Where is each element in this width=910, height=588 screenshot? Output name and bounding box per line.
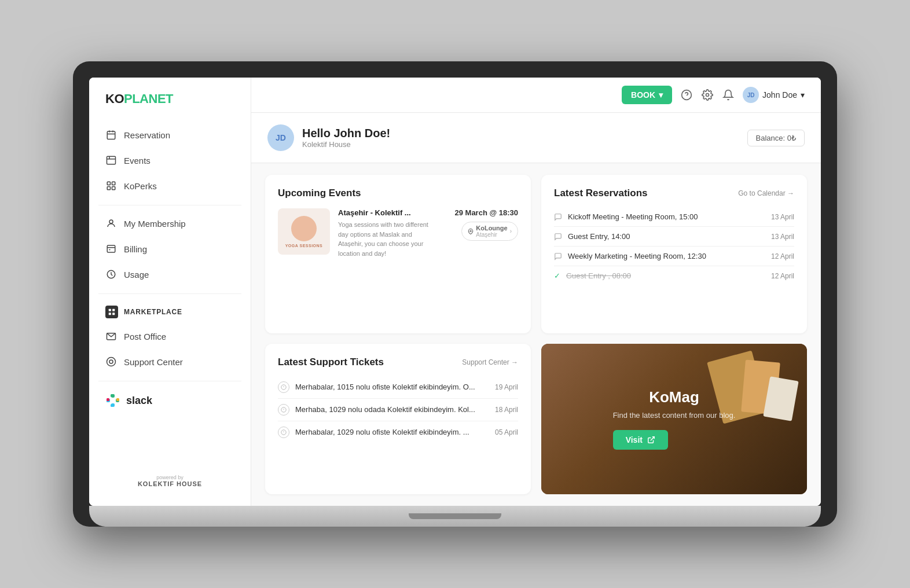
table-row: Weekly Marketing - Meeting Room, 12:30 1… (554, 247, 794, 266)
slack-icon (105, 393, 120, 408)
sidebar-usage-label: Usage (124, 270, 149, 280)
reservation-text: Kickoff Meeting - Meeting Room, 15:00 (568, 212, 698, 221)
table-row: Kickoff Meeting - Meeting Room, 15:00 13… (554, 207, 794, 227)
svg-rect-4 (107, 156, 116, 164)
go-calendar-link[interactable]: Go to Calendar → (738, 189, 794, 197)
kolektif-house-text: KOLEKTIF HOUSE (105, 480, 234, 487)
event-name: Ataşehir - Kolektif ... (338, 208, 435, 217)
logo-ko: KO (105, 91, 124, 106)
ticket-date: 18 April (495, 406, 518, 414)
message-icon (554, 233, 562, 241)
svg-line-42 (651, 437, 654, 440)
bell-icon[interactable] (722, 89, 735, 101)
balance-badge: Balance: 0₺ (747, 130, 805, 146)
svg-rect-7 (107, 182, 110, 185)
reservation-date: 13 April (771, 233, 794, 241)
logo-planet: PLANET (124, 91, 173, 106)
event-thumbnail: YOGA SESSIONS (278, 208, 330, 255)
sidebar-postoffice-label: Post Office (124, 332, 166, 341)
ticket-text: Merhaba, 1029 nolu odada Kolektif ekibin… (295, 405, 475, 414)
nav-divider-1 (98, 205, 241, 205)
svg-point-11 (109, 220, 113, 223)
svg-point-21 (107, 358, 116, 366)
location-area: Ataşehir (476, 231, 507, 238)
powered-by: powered by KOLEKTIF HOUSE (89, 465, 251, 492)
book-button[interactable]: BOOK ▾ (622, 86, 672, 104)
support-icon (105, 356, 117, 368)
komag-subtitle: Find the latest content from our blog. (613, 411, 736, 420)
location-name: KoLounge (476, 225, 507, 231)
sidebar-reservation-label: Reservation (124, 130, 170, 140)
sidebar-item-membership[interactable]: My Membership (98, 211, 241, 236)
sidebar-koperks-label: KoPerks (124, 181, 157, 191)
reservation-date: 12 April (771, 252, 794, 260)
upcoming-events-title: Upcoming Events (278, 188, 518, 199)
svg-point-22 (109, 360, 113, 363)
user-avatar-small: JD (743, 87, 759, 103)
sidebar-item-slack[interactable]: slack (89, 387, 251, 414)
events-icon (105, 155, 117, 166)
postoffice-icon (105, 330, 117, 342)
visit-button[interactable]: Visit (613, 430, 668, 450)
greeting-title: Hello John Doe! (302, 127, 390, 140)
svg-rect-33 (116, 398, 119, 401)
sidebar-item-events[interactable]: Events (98, 148, 241, 172)
event-right: 29 March @ 18:30 KoLounge Ataşehir (443, 208, 518, 241)
latest-support-card: Latest Support Tickets Support Center → (265, 344, 531, 495)
table-row: Guest Entry, 14:00 13 April (554, 227, 794, 247)
topbar: BOOK ▾ (251, 78, 821, 113)
ticket-icon (278, 381, 289, 393)
dashboard-grid: Upcoming Events YOGA SESSIONS Ataşehir -… (251, 163, 821, 506)
user-avatar: JD (267, 124, 294, 151)
event-info: Ataşehir - Kolektif ... Yoga sessions wi… (338, 208, 435, 264)
svg-rect-8 (112, 182, 115, 185)
svg-rect-9 (107, 187, 110, 190)
sidebar-item-billing[interactable]: Billing (98, 237, 241, 261)
sidebar-item-support[interactable]: Support Center (98, 350, 241, 374)
svg-rect-32 (111, 394, 113, 397)
membership-icon (105, 218, 117, 229)
marketplace-nav: Post Office Support Center (89, 324, 251, 375)
sidebar-item-koperks[interactable]: KoPerks (98, 174, 241, 198)
ticket-list: Merhabalar, 1015 nolu ofiste Kolektif ek… (278, 376, 518, 443)
sidebar: KO PLANET Reservation (89, 78, 251, 506)
welcome-bar: JD Hello John Doe! Kolektif House Balanc… (251, 113, 821, 163)
sidebar-item-reservation[interactable]: Reservation (98, 123, 241, 147)
reservation-text: Guest Entry, 14:00 (568, 232, 630, 241)
svg-rect-10 (112, 187, 115, 190)
event-item[interactable]: YOGA SESSIONS Ataşehir - Kolektif ... Yo… (278, 208, 518, 264)
komag-content: KoMag Find the latest content from our b… (613, 388, 736, 450)
svg-rect-18 (109, 313, 111, 315)
event-date: 29 March @ 18:30 (454, 208, 518, 217)
settings-icon[interactable] (701, 89, 714, 101)
support-center-link[interactable]: Support Center → (462, 358, 518, 366)
marketplace-label-text: MARKETPLACE (124, 308, 182, 316)
sidebar-item-postoffice[interactable]: Post Office (98, 324, 241, 348)
ticket-icon (278, 404, 289, 416)
reservation-text: Weekly Marketing - Meeting Room, 12:30 (568, 252, 706, 260)
main-content: BOOK ▾ (251, 78, 821, 506)
ticket-text: Merhabalar, 1029 nolu ofiste Kolektif ek… (295, 428, 469, 436)
sidebar-item-usage[interactable]: Usage (98, 262, 241, 286)
user-menu[interactable]: JD John Doe ▾ (743, 87, 805, 103)
list-item: Merhaba, 1029 nolu odada Kolektif ekibin… (278, 399, 518, 421)
komag-title: KoMag (613, 388, 736, 406)
help-icon[interactable] (680, 89, 693, 101)
billing-icon (105, 243, 117, 255)
user-chevron-icon: ▾ (801, 90, 805, 100)
marketplace-section: MARKETPLACE (89, 300, 251, 324)
ticket-text: Merhabalar, 1015 nolu ofiste Kolektif ek… (295, 383, 475, 391)
chevron-right-icon: › (510, 228, 512, 234)
svg-rect-12 (107, 245, 115, 252)
svg-rect-0 (107, 131, 115, 139)
sidebar-membership-label: My Membership (124, 219, 186, 229)
message-icon (554, 213, 562, 221)
event-description: Yoga sessions with two different day opt… (338, 220, 435, 258)
reservation-date: 12 April (771, 272, 794, 280)
reservation-header: Latest Reservations Go to Calendar → (554, 188, 794, 199)
event-location[interactable]: KoLounge Ataşehir › (461, 222, 518, 241)
latest-reservations-card: Latest Reservations Go to Calendar → (541, 175, 807, 333)
nav-divider-2 (98, 293, 241, 294)
ticket-icon (278, 427, 289, 438)
laptop-notch (409, 513, 501, 519)
